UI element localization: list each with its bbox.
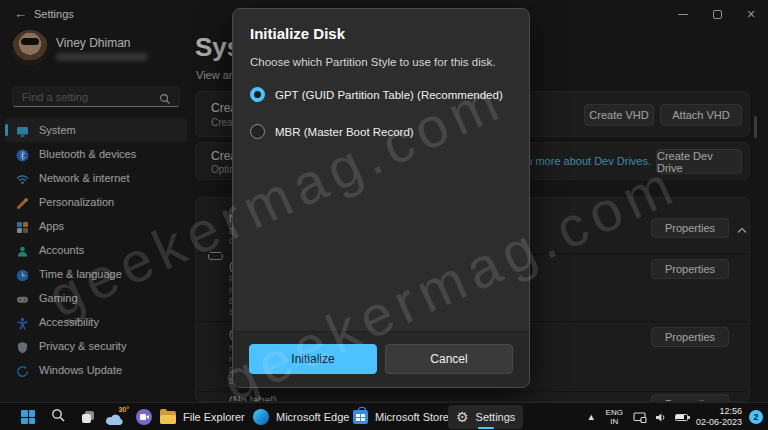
radio-option-gpt[interactable]: GPT (GUID Partition Table) (Recommended): [250, 87, 503, 102]
gear-icon: ⚙: [456, 410, 469, 424]
taskbar-clock[interactable]: 12:56 02-06-2023: [696, 406, 742, 428]
taskbar-app-settings[interactable]: ⚙ Settings: [448, 405, 523, 429]
radio-unselected-icon[interactable]: [250, 124, 265, 139]
dialog-title: Initialize Disk: [250, 25, 345, 42]
radio-label: GPT (GUID Partition Table) (Recommended): [275, 89, 503, 101]
weather-cloud-icon: 30°: [105, 407, 127, 427]
weather-widget[interactable]: 30°: [103, 403, 129, 430]
task-view-button[interactable]: [75, 403, 101, 430]
settings-window: ← Settings ✕ Viney Dhiman System Bluetoo…: [0, 0, 768, 430]
folder-icon: [160, 411, 176, 424]
weather-temp: 30°: [118, 406, 129, 413]
battery-icon[interactable]: [675, 414, 688, 421]
date-text: 02-06-2023: [696, 417, 742, 427]
system-tray: ▲ ENG IN 12:56 02-06-2023 2: [587, 403, 768, 430]
language-line2: IN: [610, 417, 618, 426]
cast-screen-icon[interactable]: [633, 412, 647, 423]
volume-icon[interactable]: [655, 412, 667, 423]
store-icon: [353, 410, 368, 424]
dialog-footer: Initialize Cancel: [233, 331, 529, 387]
taskbar-app-file-explorer[interactable]: File Explorer: [152, 405, 253, 429]
language-line1: ENG: [606, 408, 623, 417]
taskbar: 30° File Explorer Microsoft Edge Microso…: [0, 402, 768, 430]
initialize-button[interactable]: Initialize: [249, 344, 377, 374]
start-button[interactable]: [15, 403, 41, 430]
radio-selected-icon[interactable]: [250, 87, 265, 102]
taskbar-app-label: Settings: [476, 411, 516, 423]
radio-option-mbr[interactable]: MBR (Master Boot Record): [250, 124, 414, 139]
time-text: 12:56: [719, 406, 742, 416]
initialize-disk-dialog: Initialize Disk Choose which Partition S…: [232, 8, 530, 388]
tray-chevron-up-icon[interactable]: ▲: [587, 412, 596, 422]
taskbar-app-label: Microsoft Store: [375, 411, 449, 423]
search-icon: [51, 408, 66, 427]
taskbar-search-button[interactable]: [45, 403, 71, 430]
cancel-button[interactable]: Cancel: [385, 344, 513, 374]
video-chat-icon: [136, 409, 152, 425]
task-view-icon: [82, 411, 94, 423]
notification-badge[interactable]: 2: [749, 410, 763, 424]
taskbar-app-label: Microsoft Edge: [276, 411, 349, 423]
edge-icon: [253, 409, 269, 425]
taskbar-app-edge[interactable]: Microsoft Edge: [245, 405, 357, 429]
radio-label: MBR (Master Boot Record): [275, 126, 414, 138]
language-indicator[interactable]: ENG IN: [606, 408, 623, 426]
taskbar-app-store[interactable]: Microsoft Store: [345, 405, 457, 429]
taskbar-app-label: File Explorer: [183, 411, 245, 423]
dialog-body-text: Choose which Partition Style to use for …: [250, 56, 495, 68]
windows-logo-icon: [21, 410, 35, 424]
